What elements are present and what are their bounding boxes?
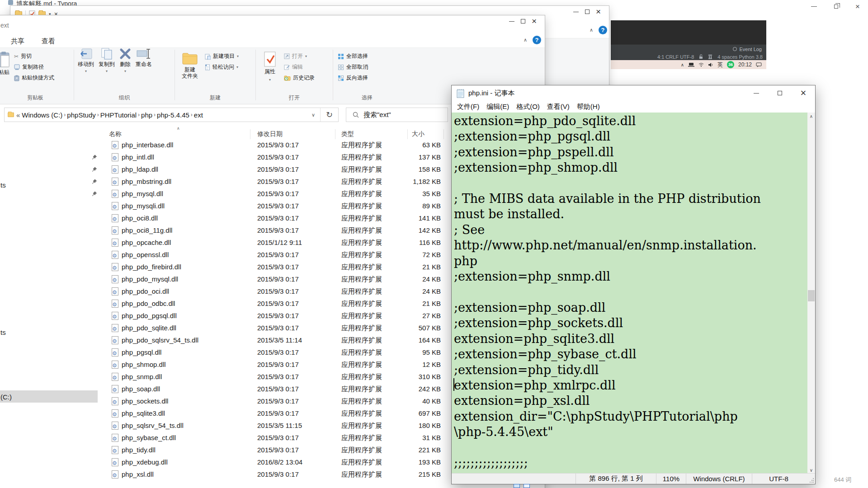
- file-row[interactable]: ⚙php_sockets.dll2015/9/3 0:17应用程序扩展40 KB: [0, 395, 449, 408]
- file-name[interactable]: php_pdo_pgsql.dll: [122, 312, 177, 319]
- file-name[interactable]: php_pdo_odbc.dll: [122, 300, 175, 307]
- notification-icon[interactable]: [756, 62, 762, 67]
- file-row[interactable]: ⚙php_pdo_pgsql.dll2015/9/3 0:17应用程序扩展27 …: [0, 310, 449, 322]
- copy-to-button[interactable]: 复制到▾: [99, 48, 115, 73]
- notepad-text-area[interactable]: extension=php_pdo_sqlite.dll ;extension=…: [452, 113, 815, 474]
- close-icon[interactable]: ×: [855, 4, 860, 9]
- open-button[interactable]: 打开▾: [284, 52, 315, 60]
- move-to-button[interactable]: 移动到▾: [78, 48, 94, 73]
- paste-shortcut-button[interactable]: 粘贴快捷方式: [14, 74, 54, 82]
- menu-item[interactable]: 查看(V): [543, 103, 573, 111]
- menu-item[interactable]: 帮助(H): [573, 103, 604, 111]
- status-zoom[interactable]: 110%: [656, 474, 686, 484]
- menu-item[interactable]: 格式(O): [513, 103, 543, 111]
- scroll-down-icon[interactable]: ∨: [807, 468, 815, 473]
- file-name[interactable]: php_interbase.dll: [122, 141, 173, 149]
- help-icon[interactable]: ?: [533, 36, 541, 44]
- file-row[interactable]: ⚙php_pdo_sqlite.dll2015/9/3 0:17应用程序扩展50…: [0, 322, 449, 334]
- file-row[interactable]: ⚙php_pgsql.dll2015/9/3 0:17应用程序扩展95 KB: [0, 347, 449, 359]
- ime-indicator[interactable]: 英: [717, 61, 723, 69]
- column-header-size[interactable]: 大小: [412, 130, 425, 138]
- file-row[interactable]: ⚙php_opcache.dll2015/1/12 9:11应用程序扩展116 …: [0, 237, 449, 249]
- file-name[interactable]: php_sybase_ct.dll: [122, 434, 176, 441]
- column-header-name[interactable]: 名称: [109, 130, 122, 138]
- tab-view[interactable]: 查看: [41, 35, 56, 47]
- select-none-button[interactable]: 全部取消: [338, 63, 368, 71]
- file-row[interactable]: ⚙php_intl.dll2015/9/3 0:17应用程序扩展137 KB: [0, 151, 449, 164]
- breadcrumb-item[interactable]: phpStudy: [67, 111, 95, 119]
- breadcrumb-item[interactable]: ext: [194, 111, 203, 119]
- file-row[interactable]: ⚙php_interbase.dll2015/9/3 0:17应用程序扩展63 …: [0, 139, 449, 151]
- file-row[interactable]: ⚙php_sybase_ct.dll2015/9/3 0:17应用程序扩展31 …: [0, 432, 449, 444]
- cut-button[interactable]: ✂剪切: [14, 52, 54, 60]
- file-name[interactable]: php_sqlsrv_54_ts.dll: [122, 422, 184, 429]
- file-row[interactable]: ⚙php_pdo_mysql.dll2015/9/3 0:17应用程序扩展24 …: [0, 273, 449, 286]
- edit-button[interactable]: 编辑: [284, 63, 315, 71]
- file-row[interactable]: ⚙php_shmop.dll2015/9/3 0:17应用程序扩展12 KB: [0, 359, 449, 371]
- address-dropdown-icon[interactable]: ∨: [307, 112, 320, 118]
- select-all-button[interactable]: 全部选择: [338, 52, 368, 60]
- file-row[interactable]: ⚙php_oci8_11g.dll2015/9/3 0:17应用程序扩展142 …: [0, 225, 449, 237]
- event-log-label[interactable]: Event Log: [739, 47, 762, 52]
- easy-access-button[interactable]: 轻松访问▾: [205, 63, 239, 71]
- restore-icon[interactable]: [834, 5, 838, 9]
- file-row[interactable]: ⚙php_xdebug.dll2016/8/2 13:04应用程序扩展193 K…: [0, 456, 449, 469]
- file-name[interactable]: php_sockets.dll: [122, 397, 168, 405]
- paste-button[interactable]: 粘贴: [0, 51, 14, 77]
- close-icon[interactable]: ×: [792, 85, 815, 101]
- file-name[interactable]: php_pdo_oci.dll: [122, 287, 169, 295]
- volume-icon[interactable]: [708, 62, 713, 67]
- file-name[interactable]: php_opcache.dll: [122, 239, 171, 246]
- scroll-up-icon[interactable]: ∧: [807, 114, 815, 119]
- file-name[interactable]: php_intl.dll: [122, 153, 154, 161]
- scrollbar-thumb[interactable]: [808, 290, 815, 301]
- rename-button[interactable]: 重命名: [136, 48, 152, 68]
- breadcrumb-item[interactable]: Windows (C:): [22, 111, 62, 119]
- file-name[interactable]: php_openssl.dll: [122, 251, 169, 258]
- collapse-ribbon-icon[interactable]: ∧: [524, 37, 527, 43]
- delete-button[interactable]: 删除▾: [119, 48, 131, 73]
- file-row[interactable]: ⚙php_mysql.dll2015/9/3 0:17应用程序扩展35 KB: [0, 188, 449, 200]
- tab-share[interactable]: 共享: [10, 35, 25, 47]
- copy-path-button[interactable]: 复制路径: [14, 63, 54, 71]
- file-name[interactable]: php_sqlite3.dll: [122, 409, 165, 417]
- file-row[interactable]: ⚙php_mysqli.dll2015/9/3 0:17应用程序扩展89 KB: [0, 200, 449, 212]
- column-header-date[interactable]: 修改日期: [257, 130, 283, 138]
- file-name[interactable]: php_shmop.dll: [122, 361, 166, 368]
- file-name[interactable]: php_oci8.dll: [122, 214, 158, 222]
- breadcrumb-prefix[interactable]: «: [16, 111, 20, 119]
- menu-item[interactable]: 编辑(E): [483, 103, 513, 111]
- minimize-icon[interactable]: [573, 12, 579, 12]
- resize-grip[interactable]: [805, 474, 815, 484]
- file-name[interactable]: php_xdebug.dll: [122, 458, 168, 466]
- file-row[interactable]: ⚙php_snmp.dll2015/9/3 0:17应用程序扩展310 KB: [0, 371, 449, 383]
- file-name[interactable]: php_pgsql.dll: [122, 348, 161, 356]
- invert-selection-button[interactable]: 反向选择: [338, 74, 368, 82]
- search-input[interactable]: 搜索"ext": [346, 108, 448, 122]
- new-folder-button[interactable]: 新建 文件夹: [179, 51, 201, 80]
- file-name[interactable]: php_mysqli.dll: [122, 202, 165, 210]
- new-item-button[interactable]: 新建项目▾: [205, 52, 239, 60]
- file-row[interactable]: ⚙php_sqlite3.dll2015/9/3 0:17应用程序扩展697 K…: [0, 408, 449, 420]
- tray-app-badge[interactable]: 36: [727, 61, 734, 68]
- close-icon[interactable]: ×: [596, 9, 601, 14]
- file-name[interactable]: php_oci8_11g.dll: [122, 226, 172, 234]
- column-header-type[interactable]: 类型: [341, 130, 354, 138]
- history-button[interactable]: 历史记录: [284, 74, 315, 82]
- file-row[interactable]: ⚙php_ldap.dll2015/9/3 0:17应用程序扩展158 KB: [0, 164, 449, 176]
- file-name[interactable]: php_pdo_mysql.dll: [122, 275, 178, 283]
- file-row[interactable]: ⚙php_mbstring.dll2015/9/3 0:17应用程序扩展1,18…: [0, 176, 449, 188]
- network-icon[interactable]: [698, 62, 704, 67]
- file-row[interactable]: ⚙php_openssl.dll2015/9/3 0:17应用程序扩展72 KB: [0, 249, 449, 261]
- file-row[interactable]: ⚙php_pdo_firebird.dll2015/9/3 0:17应用程序扩展…: [0, 261, 449, 273]
- address-bar[interactable]: « Windows (C:)›phpStudy›PHPTutorial›php›…: [4, 108, 339, 122]
- file-name[interactable]: php_xsl.dll: [122, 470, 154, 478]
- tray-clock[interactable]: 20:12: [738, 61, 752, 68]
- breadcrumb-item[interactable]: php: [141, 111, 152, 119]
- file-row[interactable]: ⚙php_pdo_odbc.dll2015/9/3 0:17应用程序扩展21 K…: [0, 298, 449, 310]
- file-name[interactable]: php_pdo_sqlsrv_54_ts.dll: [122, 336, 198, 344]
- minimize-icon[interactable]: [745, 85, 768, 101]
- file-name[interactable]: php_mbstring.dll: [122, 178, 171, 185]
- breadcrumb-item[interactable]: PHPTutorial: [100, 111, 137, 119]
- breadcrumb-item[interactable]: php-5.4.45: [157, 111, 189, 119]
